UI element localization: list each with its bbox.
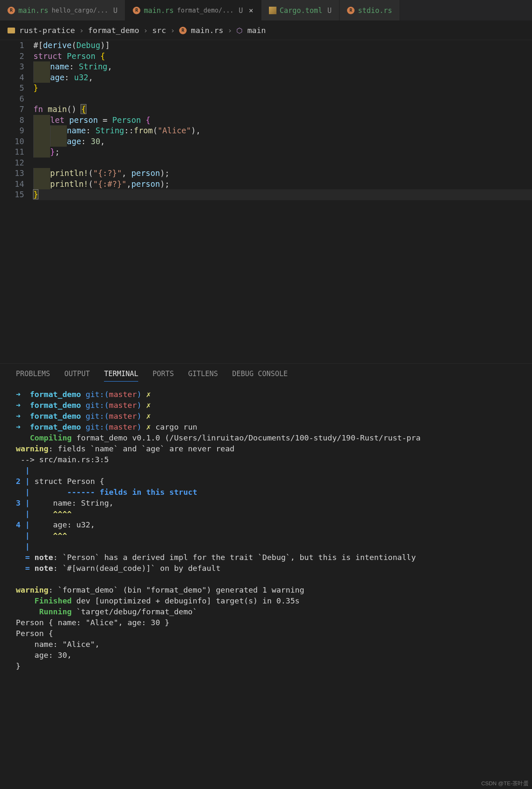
breadcrumb-part[interactable]: main.rs (191, 26, 223, 35)
panel-tab-output[interactable]: OUTPUT (64, 369, 90, 382)
editor-tab[interactable]: Rmain.rsformat_demo/...U× (125, 0, 261, 20)
panel-tab-debug-console[interactable]: DEBUG CONSOLE (232, 369, 288, 382)
tab-filename: main.rs (18, 6, 48, 15)
terminal-output[interactable]: ➜ format_demo git:(master) ✗ ➜ format_de… (0, 387, 532, 674)
panel-tab-problems[interactable]: PROBLEMS (16, 369, 50, 382)
chevron-right-icon: › (228, 26, 232, 35)
folder-icon (8, 28, 15, 33)
chevron-right-icon: › (79, 26, 84, 35)
editor-empty-space[interactable] (0, 200, 532, 363)
editor-tab[interactable]: Cargo.tomlU (261, 0, 340, 20)
panel-tab-gitlens[interactable]: GITLENS (188, 369, 218, 382)
toml-icon (269, 7, 276, 14)
panel-tab-ports[interactable]: PORTS (152, 369, 174, 382)
breadcrumb-part[interactable]: src (152, 26, 166, 35)
tab-status: U (113, 6, 117, 15)
tab-path: hello_cargo/... (52, 7, 108, 14)
watermark: CSDN @TE-茶叶蛋 (481, 780, 529, 787)
tab-status: U (239, 6, 243, 15)
rust-icon: R (133, 7, 140, 14)
tab-filename: main.rs (144, 6, 174, 15)
panel-tab-terminal[interactable]: TERMINAL (104, 369, 138, 382)
editor-tab[interactable]: Rstdio.rs (339, 0, 400, 20)
breadcrumb-part[interactable]: format_demo (88, 26, 139, 35)
tab-filename: Cargo.toml (280, 6, 322, 15)
line-numbers: 123456789101112131415 (0, 40, 33, 200)
panel-tabs: PROBLEMSOUTPUTTERMINALPORTSGITLENSDEBUG … (0, 363, 532, 387)
editor-tab[interactable]: Rmain.rshello_cargo/...U (0, 0, 125, 20)
chevron-right-icon: › (170, 26, 175, 35)
tab-path: format_demo/... (177, 7, 233, 14)
rust-icon: R (347, 7, 355, 14)
breadcrumb-part[interactable]: main (247, 26, 266, 35)
close-icon[interactable]: × (249, 6, 253, 15)
code-editor[interactable]: 123456789101112131415 #[derive(Debug)]st… (0, 40, 532, 200)
code-content[interactable]: #[derive(Debug)]struct Person {name: Str… (33, 40, 532, 200)
breadcrumb[interactable]: rust-pratice › format_demo › src › R mai… (0, 21, 532, 40)
tab-filename: stdio.rs (358, 6, 392, 15)
editor-tabs: Rmain.rshello_cargo/...URmain.rsformat_d… (0, 0, 532, 21)
rust-icon: R (8, 7, 15, 14)
tab-status: U (327, 6, 332, 15)
breadcrumb-part[interactable]: rust-pratice (19, 26, 75, 35)
chevron-right-icon: › (143, 26, 148, 35)
symbol-icon: ⬡ (236, 27, 243, 34)
rust-icon: R (179, 27, 187, 34)
